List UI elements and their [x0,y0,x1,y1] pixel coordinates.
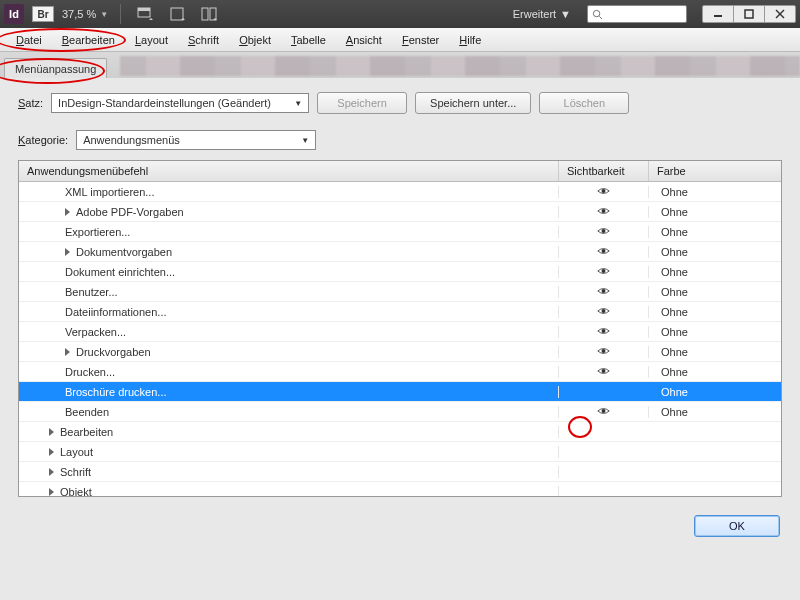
set-dropdown[interactable]: InDesign-Standardeinstellungen (Geändert… [51,93,309,113]
dialog-footer: OK [0,507,800,543]
menu-nsicht[interactable]: Ansicht [336,31,392,49]
color-cell[interactable]: Ohne [649,326,781,338]
expand-triangle-icon[interactable] [65,348,70,356]
menu-chrift[interactable]: Schrift [178,31,229,49]
table-row[interactable]: Drucken...Ohne [19,362,781,382]
commands-table: Anwendungsmenübefehl Sichtbarkeit Farbe … [18,160,782,497]
close-button[interactable] [764,5,796,23]
dialog-content: Satz: InDesign-Standardeinstellungen (Ge… [0,78,800,507]
visibility-cell[interactable] [559,286,649,298]
menu-atei[interactable]: Datei [6,31,52,49]
menu-ayout[interactable]: Layout [125,31,178,49]
svg-point-20 [602,369,606,373]
expand-triangle-icon[interactable] [49,488,54,496]
eye-icon [597,206,610,218]
expand-triangle-icon[interactable] [49,468,54,476]
svg-point-15 [602,269,606,273]
menu-ilfe[interactable]: Hilfe [449,31,491,49]
app-icon: Id [4,4,24,24]
category-dropdown[interactable]: Anwendungsmenüs ▼ [76,130,316,150]
workspace-label: Erweitert [513,8,556,20]
menu-earbeiten[interactable]: Bearbeiten [52,31,125,49]
table-row[interactable]: DokumentvorgabenOhne [19,242,781,262]
color-cell[interactable]: Ohne [649,306,781,318]
color-cell[interactable]: Ohne [649,186,781,198]
table-row[interactable]: Verpacken...Ohne [19,322,781,342]
table-row[interactable]: BeendenOhne [19,402,781,422]
bridge-icon[interactable]: Br [32,6,54,22]
expand-triangle-icon[interactable] [49,448,54,456]
visibility-cell[interactable] [559,206,649,218]
eye-icon [597,366,610,378]
color-cell[interactable]: Ohne [649,346,781,358]
color-cell[interactable]: Ohne [649,206,781,218]
workspace-switcher[interactable]: Erweitert ▼ [513,8,571,20]
delete-button[interactable]: Löschen [539,92,629,114]
svg-point-21 [602,409,606,413]
save-button[interactable]: Speichern [317,92,407,114]
chevron-down-icon: ▼ [301,136,309,145]
svg-point-5 [593,10,599,16]
visibility-cell[interactable] [559,406,649,418]
table-row[interactable]: Dokument einrichten...Ohne [19,262,781,282]
color-cell[interactable]: Ohne [649,286,781,298]
minimize-button[interactable] [702,5,734,23]
color-cell[interactable]: Ohne [649,246,781,258]
color-cell[interactable]: Ohne [649,266,781,278]
title-bar: Id Br 37,5 % ▼ Erweitert ▼ [0,0,800,28]
visibility-cell[interactable] [559,266,649,278]
tab-menu-customization[interactable]: Menüanpassung [4,58,107,78]
table-row[interactable]: Layout [19,442,781,462]
set-value: InDesign-Standardeinstellungen (Geändert… [58,97,271,109]
visibility-cell[interactable] [559,366,649,378]
arrange-documents-icon[interactable] [197,4,221,24]
table-row[interactable]: Objekt [19,482,781,496]
visibility-cell[interactable] [559,226,649,238]
chevron-down-icon: ▼ [294,99,302,108]
table-row[interactable]: Bearbeiten [19,422,781,442]
table-body: XML importieren...OhneAdobe PDF-Vorgaben… [19,182,781,496]
table-row[interactable]: Broschüre drucken...Ohne [19,382,781,402]
search-input[interactable] [587,5,687,23]
row-label: Layout [60,446,93,458]
table-row[interactable]: Schrift [19,462,781,482]
screen-mode-icon[interactable] [165,4,189,24]
visibility-cell[interactable] [559,186,649,198]
menu-abelle[interactable]: Tabelle [281,31,336,49]
row-label: XML importieren... [65,186,154,198]
zoom-level-dropdown[interactable]: 37,5 % ▼ [62,8,108,20]
table-row[interactable]: XML importieren...Ohne [19,182,781,202]
menu-enster[interactable]: Fenster [392,31,449,49]
window-controls [703,5,796,23]
maximize-button[interactable] [733,5,765,23]
save-as-button[interactable]: Speichern unter... [415,92,531,114]
panel-tab-bar: Menüanpassung [0,52,800,78]
table-row[interactable]: Benutzer...Ohne [19,282,781,302]
expand-triangle-icon[interactable] [65,248,70,256]
table-row[interactable]: DruckvorgabenOhne [19,342,781,362]
color-cell[interactable]: Ohne [649,406,781,418]
color-cell[interactable]: Ohne [649,226,781,238]
col-color[interactable]: Farbe [649,161,781,181]
col-command[interactable]: Anwendungsmenübefehl [19,161,559,181]
row-label: Dokumentvorgaben [76,246,172,258]
visibility-cell[interactable] [559,246,649,258]
row-label: Beenden [65,406,109,418]
category-label: Kategorie: [18,134,68,146]
row-label: Broschüre drucken... [65,386,167,398]
expand-triangle-icon[interactable] [65,208,70,216]
eye-icon [597,306,610,318]
ok-button[interactable]: OK [694,515,780,537]
visibility-cell[interactable] [559,306,649,318]
menu-bjekt[interactable]: Objekt [229,31,281,49]
table-row[interactable]: Exportieren...Ohne [19,222,781,242]
visibility-cell[interactable] [559,346,649,358]
expand-triangle-icon[interactable] [49,428,54,436]
view-options-icon[interactable] [133,4,157,24]
table-row[interactable]: Dateiinformationen...Ohne [19,302,781,322]
col-visibility[interactable]: Sichtbarkeit [559,161,649,181]
visibility-cell[interactable] [559,326,649,338]
color-cell[interactable]: Ohne [649,386,781,398]
table-row[interactable]: Adobe PDF-VorgabenOhne [19,202,781,222]
color-cell[interactable]: Ohne [649,366,781,378]
